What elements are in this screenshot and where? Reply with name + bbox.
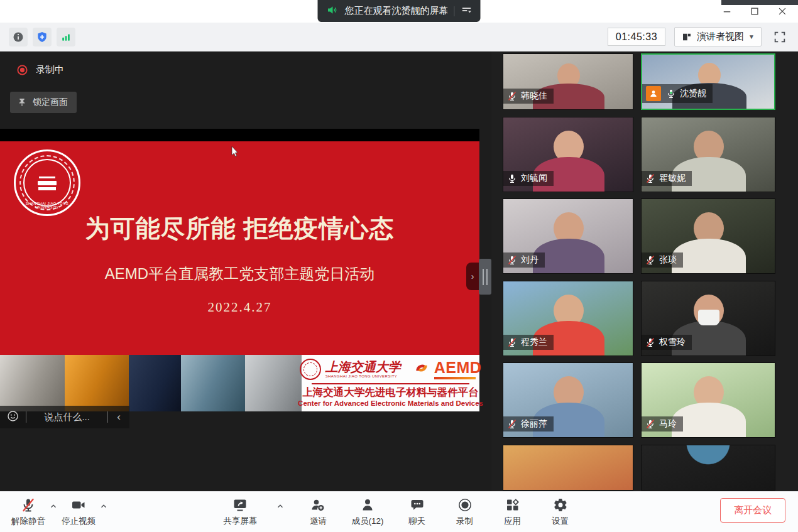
mic-muted-icon [507,91,517,101]
members-button[interactable]: 成员(12) [351,496,383,527]
participant-name-chip: 瞿敏妮 [642,171,692,186]
participant-tile[interactable]: 权雪玲 [641,281,775,356]
chat-icon [410,496,425,513]
participants-sidebar: 韩晓佳沈赟靓刘毓闻瞿敏妮刘丹张琰程秀兰权雪玲徐丽萍马玲 [491,52,798,491]
record-button[interactable]: 录制 [451,496,479,527]
participant-tile[interactable]: 刘毓闻 [503,117,633,192]
leave-meeting-button[interactable]: 离开会议 [720,498,785,523]
chat-input[interactable]: 说点什么... [33,411,101,423]
sjtu-mini-emblem-icon [300,359,321,380]
speaker-icon [327,4,339,19]
window-titlebar: 您正在观看沈赟靓的屏幕 [0,0,798,23]
chat-button[interactable]: 聊天 [403,496,432,527]
mic-on-icon [507,173,517,183]
sjtu-name-cn: 上海交通大学 [325,361,401,373]
participant-tile[interactable] [641,445,775,491]
lab-photo [129,355,181,411]
invite-button[interactable]: 邀请 [303,496,332,527]
participant-name-chip: 徐丽萍 [503,416,554,432]
share-screen-button[interactable]: 共享屏幕 [223,496,257,527]
slide-photo-strip: 上海交通大学 SHANGHAI JIAO TONG UNIVERSITY AEM… [0,355,479,411]
meeting-window: 您正在观看沈赟靓的屏幕 01:45:33 演讲者视图 [0,0,798,532]
emblem-caption: SHANGHAI JIAO TONG UNIVERSITY [16,202,79,209]
participant-tile[interactable]: 韩晓佳 [503,53,633,110]
lock-view-button[interactable]: 锁定画面 [10,92,77,113]
toolbar-item-label: 应用 [504,516,521,527]
invite-icon [310,496,325,513]
divider [312,383,469,384]
participant-name-chip: 刘丹 [503,252,545,268]
minimize-button[interactable] [718,3,736,19]
platform-name-en: Center for Advanced Electronic Materials… [298,399,483,407]
participant-name: 瞿敏妮 [659,173,686,184]
layout-menu-icon[interactable] [461,4,473,19]
host-badge-icon [646,86,661,101]
recording-label: 录制中 [36,64,64,76]
participant-name-chip: 马玲 [642,416,683,432]
recording-indicator: 录制中 [16,64,64,76]
resize-grip[interactable] [479,259,491,295]
chevron-down-icon: ▼ [748,33,755,40]
slide-subtitle: AEMD平台直属教工党支部主题党日活动 [0,264,479,284]
toolbar-item-label: 聊天 [408,516,425,527]
watching-label: 您正在观看沈赟靓的屏幕 [345,5,449,17]
participant-name: 张琰 [659,254,677,266]
slide-date: 2022.4.27 [0,300,479,315]
participant-tile[interactable]: 刘丹 [503,198,633,274]
apps-button[interactable]: 应用 [498,496,527,527]
mic-muted-icon [645,173,655,183]
meeting-timer: 01:45:33 [608,28,665,46]
toolbar-item-label: 设置 [552,516,569,527]
share-screen-icon [232,496,248,513]
participant-tile[interactable]: 张琰 [641,198,775,274]
participant-name: 沈赟靓 [680,88,706,99]
pin-icon [16,97,28,108]
participant-tile[interactable]: 沈赟靓 [641,53,775,110]
lab-photo [0,355,65,411]
participant-name-chip: 权雪玲 [642,335,692,350]
participant-name-chip: 程秀兰 [503,335,554,350]
chevron-up-icon[interactable] [276,502,285,513]
participant-name: 韩晓佳 [521,90,547,102]
aemd-swoosh-icon [413,360,430,379]
apps-icon [505,496,520,513]
participant-name-chip: 刘毓闻 [503,171,554,186]
toolbar-item-label: 共享屏幕 [223,516,257,527]
participant-tile[interactable]: 马玲 [641,362,775,438]
participant-name: 权雪玲 [659,337,686,348]
meeting-toolbar-bottom: 解除静音停止视频 共享屏幕邀请成员(12)聊天录制应用设置 离开会议 [0,491,798,532]
meeting-info-button[interactable] [9,28,28,46]
face-mask [698,310,720,325]
settings-button[interactable]: 设置 [546,496,575,527]
maximize-button[interactable] [745,3,764,19]
mic-active-icon [666,89,676,99]
emoji-icon[interactable] [6,410,19,425]
participant-tile[interactable] [503,445,633,491]
participant-name-chip: 沈赟靓 [642,84,713,103]
letterbox-band [0,129,479,141]
view-mode-selector[interactable]: 演讲者视图 ▼ [674,27,762,46]
mouse-cursor-icon [231,146,238,160]
mic-muted-icon [507,255,517,265]
fullscreen-button[interactable] [770,28,789,46]
participant-tile[interactable]: 徐丽萍 [503,362,633,438]
toolbar-item-label: 邀请 [310,516,327,527]
toolbar-item-label: 成员(12) [351,516,383,527]
participant-tile[interactable]: 瞿敏妮 [641,117,775,192]
security-shield-icon[interactable] [33,28,52,46]
network-signal-icon[interactable] [57,28,75,46]
lab-photo [65,355,129,411]
participant-name-chip: 张琰 [642,252,683,268]
participant-name-chip: 韩晓佳 [503,89,554,104]
participant-name: 刘毓闻 [521,173,547,184]
sidebar-collapse-handle[interactable]: › [466,263,479,290]
lab-photo [245,355,302,411]
screen-watching-banner: 您正在观看沈赟靓的屏幕 [318,0,481,22]
members-icon [360,496,375,513]
chat-collapse-icon[interactable]: ‹ [114,411,123,423]
participant-tile[interactable]: 程秀兰 [503,281,633,356]
sjtu-name-en: SHANGHAI JIAO TONG UNIVERSITY [325,374,401,378]
toolbar-item-label: 录制 [456,516,473,527]
lab-photo [181,355,245,411]
close-button[interactable] [773,3,792,19]
